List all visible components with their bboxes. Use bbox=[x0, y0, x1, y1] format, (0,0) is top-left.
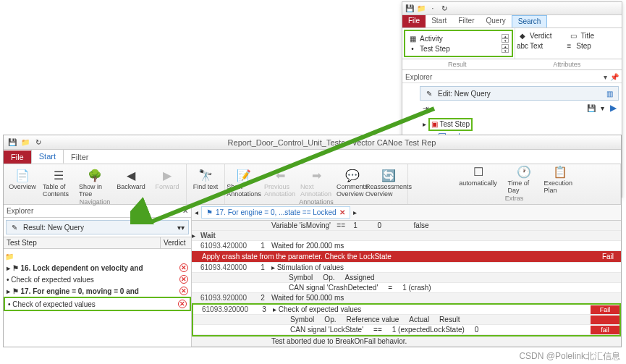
extras-group-label: Extras bbox=[505, 194, 524, 203]
main-tab-start[interactable]: Start bbox=[31, 149, 64, 164]
btn-show-ann[interactable]: 📝Show Annotations bbox=[228, 167, 260, 198]
table-row-abort: Test aborted due to BreakOnFail behavior… bbox=[192, 337, 621, 347]
fail-icon: ✕ bbox=[179, 275, 188, 284]
btn-overview[interactable]: 📄Overview bbox=[7, 167, 38, 190]
app-refresh-icon[interactable]: ↻ bbox=[34, 138, 43, 147]
btn-next-ann[interactable]: ➡Next Annotation bbox=[300, 167, 332, 198]
tree-side-icons[interactable]: 📁 bbox=[4, 250, 191, 262]
table-row: CAN signal 'LockState'==1 (expectedLockS… bbox=[193, 325, 619, 335]
query-ribbon-body: ▦Activity▴▾ •Test Step▴▾ ◆Verdict ▭Title… bbox=[402, 28, 622, 59]
toc-icon: ☰ bbox=[51, 167, 67, 183]
verdict-icon: ◆ bbox=[518, 31, 527, 40]
detail-tab-active[interactable]: ⚑ 17. For engine = 0, ...state == Locked… bbox=[201, 206, 350, 219]
main-tab-file[interactable]: File bbox=[4, 151, 31, 164]
binoculars-icon: 🔭 bbox=[198, 167, 213, 183]
tab-start[interactable]: Start bbox=[426, 15, 452, 27]
tab-prev-icon[interactable]: ◂ bbox=[195, 208, 198, 216]
table-row: Variable 'isMoving' == 1 0 false bbox=[192, 221, 621, 231]
btn-backward[interactable]: ◀Backward bbox=[115, 167, 147, 190]
explorer-collapse-icon[interactable]: ▾ bbox=[176, 207, 179, 215]
btn-show-tree[interactable]: 🌳Show in Tree bbox=[79, 167, 111, 198]
tab-search[interactable]: Search bbox=[512, 15, 548, 27]
result-group[interactable]: ▦Activity▴▾ •Test Step▴▾ bbox=[404, 30, 513, 57]
folder-icon[interactable]: 📁 bbox=[417, 4, 426, 13]
main-window: 💾 📁 ↻ Report_Door_Control_Unit_Tests - V… bbox=[3, 135, 622, 347]
fail-icon: ✕ bbox=[179, 263, 188, 272]
col-teststep[interactable]: Test Step bbox=[4, 237, 161, 248]
main-titlebar: 💾 📁 ↻ Report_Door_Control_Unit_Tests - V… bbox=[4, 135, 621, 150]
save-icon[interactable]: 💾 bbox=[405, 4, 414, 13]
app-save-icon[interactable]: 💾 bbox=[8, 138, 17, 147]
indent-icon[interactable]: ⇥ bbox=[421, 103, 430, 112]
tree-row-16[interactable]: ▸ ⚑ 16. Lock dependent on velocity and✕ bbox=[4, 262, 191, 274]
verdict-label[interactable]: Verdict bbox=[530, 32, 552, 40]
title-icon: ▭ bbox=[570, 31, 578, 40]
explorer-close-icon[interactable]: ✕ bbox=[182, 207, 188, 215]
attributes-group: ◆Verdict ▭Title abcText ≡Step bbox=[515, 28, 622, 59]
run-query-icon[interactable]: ▶ bbox=[609, 103, 617, 112]
teststep-spinner[interactable]: ▴▾ bbox=[502, 44, 509, 53]
table-row: 61093.9200002Waited for 500.000 ms bbox=[192, 293, 621, 303]
save-query-icon[interactable]: 💾 bbox=[587, 104, 596, 113]
main-tab-filter[interactable]: Filter bbox=[64, 151, 96, 164]
explorer-title: Explorer bbox=[7, 207, 33, 215]
tree-row-17[interactable]: ▸ ⚑ 17. For engine = 0, moving = 0 and✕ bbox=[4, 285, 191, 297]
app-folder-icon[interactable]: 📁 bbox=[21, 138, 30, 147]
btn-toc[interactable]: ☰Table of Contents bbox=[43, 167, 75, 198]
ribbon-group-extras: ☐automatically 🕐Time of Day 📋Execution P… bbox=[408, 164, 621, 204]
tab-next-icon[interactable]: ▸ bbox=[353, 208, 357, 216]
chk-auto[interactable]: ☐automatically bbox=[453, 164, 504, 187]
pin-icon[interactable]: 📌 bbox=[610, 73, 619, 81]
tab-close-icon[interactable]: ✕ bbox=[339, 208, 345, 216]
main-title: Report_Door_Control_Unit_Tests - Vector … bbox=[47, 138, 617, 147]
explorer-columns: Test Step Verdict bbox=[4, 237, 191, 249]
tree-row-17-child[interactable]: • Check of expected values✕ bbox=[4, 297, 191, 311]
sep-icon: · bbox=[428, 4, 437, 13]
dropdown-icon[interactable]: ▾▾ bbox=[177, 224, 185, 232]
title-label[interactable]: Title bbox=[581, 32, 595, 40]
explorer-result-text: Result: New Query bbox=[23, 224, 84, 232]
table-row: 61093.9200003▸ Check of expected valuesF… bbox=[193, 305, 619, 315]
detail-tabs: ◂ ⚑ 17. For engine = 0, ...state == Lock… bbox=[192, 205, 621, 221]
edit-query-box[interactable]: ✎ Edit: New Query ▥ bbox=[420, 86, 619, 101]
collapse-icon[interactable]: ▾ bbox=[604, 73, 607, 81]
tree-row-16-child[interactable]: • Check of expected values✕ bbox=[4, 274, 191, 285]
plan-icon: 📋 bbox=[552, 164, 568, 179]
btn-find[interactable]: 🔭Find text bbox=[190, 167, 221, 190]
btn-exec-plan[interactable]: 📋Execution Plan bbox=[544, 164, 576, 194]
fail-icon: ✕ bbox=[179, 287, 188, 295]
tab-filter[interactable]: Filter bbox=[452, 15, 480, 27]
next-note-icon: ➡ bbox=[308, 167, 324, 183]
table-row: CAN signal 'CrashDetected'=1 (crash) bbox=[192, 283, 621, 293]
ribbon-group-navigation: 📄Overview ☰Table of Contents 🌳Show in Tr… bbox=[4, 164, 187, 204]
btn-reassess[interactable]: 🔄Reassessments Overview bbox=[373, 167, 405, 198]
checkbox-icon: ☐ bbox=[470, 164, 486, 179]
btn-prev-ann[interactable]: ⬅Previous Annotation bbox=[264, 167, 296, 198]
btn-forward[interactable]: ▶Forward bbox=[151, 167, 183, 190]
prev-note-icon: ⬅ bbox=[272, 167, 288, 183]
query-pencil-icon: ✎ bbox=[425, 89, 433, 98]
ribbon-group-find: 🔭Find text bbox=[187, 164, 225, 204]
table-row: SymbolOp.Assigned bbox=[192, 273, 621, 283]
btn-time[interactable]: 🕐Time of Day bbox=[508, 164, 540, 194]
tab-query[interactable]: Query bbox=[480, 15, 511, 27]
dropdown-icon[interactable]: ▾ bbox=[598, 104, 606, 113]
query-explorer-title: Explorer bbox=[405, 73, 432, 81]
table-row-wait-hdr[interactable]: ▸Wait bbox=[192, 231, 621, 241]
explorer-result-box[interactable]: ✎ Result: New Query ▾▾ bbox=[6, 220, 189, 234]
step-label[interactable]: Step bbox=[576, 42, 591, 50]
forward-icon: ▶ bbox=[159, 167, 175, 183]
refresh-icon[interactable]: ↻ bbox=[440, 4, 449, 13]
explorer-tree: 📁 ▸ ⚑ 16. Lock dependent on velocity and… bbox=[4, 249, 191, 313]
query-toolbar: ⇥ 💾 ▾ ▶ bbox=[402, 102, 622, 116]
ribbon-group-annotations: 📝Show Annotations ⬅Previous Annotation ➡… bbox=[225, 164, 408, 204]
result-section-label: Result bbox=[402, 59, 512, 69]
text-label[interactable]: Text bbox=[530, 42, 543, 50]
query-list-icon[interactable]: ▥ bbox=[605, 89, 614, 98]
btn-comments[interactable]: 💬Comments Overview bbox=[337, 167, 368, 198]
activity-spinner[interactable]: ▴▾ bbox=[502, 34, 509, 43]
text-icon: abc bbox=[518, 41, 527, 50]
note-icon: 📝 bbox=[236, 167, 252, 183]
tab-file[interactable]: File bbox=[402, 15, 426, 27]
col-verdict[interactable]: Verdict bbox=[161, 237, 191, 248]
